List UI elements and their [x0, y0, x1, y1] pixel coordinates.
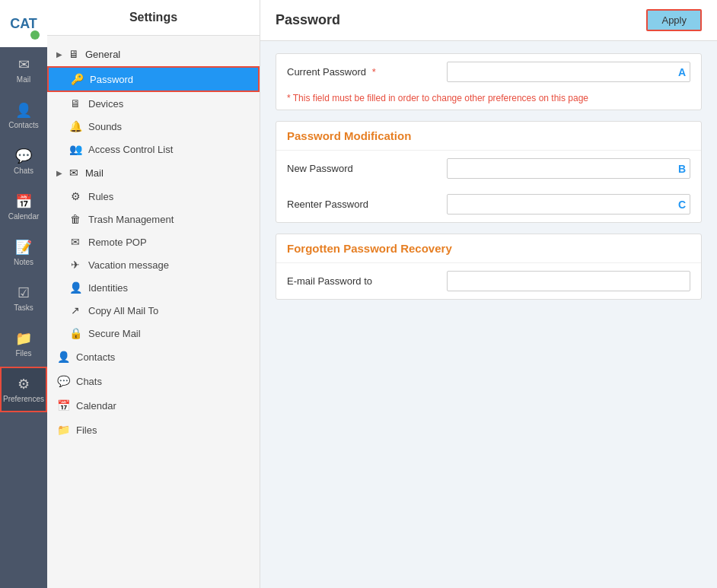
- trash-label: Trash Management: [88, 214, 174, 225]
- sidebar-item-files[interactable]: 📁 Files: [0, 321, 47, 367]
- menu-group-general[interactable]: ▶ 🖥 General: [47, 42, 260, 66]
- sidebar-item-tasks[interactable]: ☑ Tasks: [0, 275, 47, 321]
- new-password-row: New Password B: [276, 151, 701, 186]
- sidebar-label-tasks: Tasks: [14, 304, 33, 312]
- apply-button[interactable]: Apply: [646, 9, 702, 31]
- menu-item-chats-bottom[interactable]: 💬 Chats: [47, 369, 260, 393]
- menu-item-remotepop[interactable]: ✉ Remote POP: [47, 230, 260, 253]
- mail-group-icon: ✉: [67, 167, 81, 179]
- acl-icon: 👥: [69, 143, 82, 155]
- files-bottom-icon: 📁: [56, 424, 70, 436]
- tasks-icon: ☑: [18, 284, 30, 301]
- remotepop-label: Remote POP: [88, 237, 147, 248]
- new-password-input[interactable]: [447, 158, 690, 179]
- menu-group-mail[interactable]: ▶ ✉ Mail: [47, 161, 260, 185]
- securemail-label: Secure Mail: [88, 328, 141, 339]
- caret-mail: ▶: [56, 169, 62, 177]
- calendar-icon: 📅: [15, 193, 32, 210]
- menu-item-sounds[interactable]: 🔔 Sounds: [47, 115, 260, 138]
- notes-icon: 📝: [15, 239, 32, 256]
- logo-dot: [30, 30, 40, 40]
- sidebar-label-calendar: Calendar: [8, 212, 40, 221]
- sidebar-item-mail[interactable]: ✉ Mail: [0, 47, 47, 93]
- password-modification-section: Password Modification New Password B Ree…: [276, 121, 702, 223]
- settings-panel: Settings ▶ 🖥 General 🔑 Password 🖥 Device…: [47, 0, 260, 588]
- sidebar-item-chats[interactable]: 💬 Chats: [0, 138, 47, 184]
- securemail-icon: 🔒: [69, 327, 82, 339]
- sounds-label: Sounds: [88, 121, 122, 132]
- menu-item-securemail[interactable]: 🔒 Secure Mail: [47, 322, 260, 345]
- contacts-bottom-icon: 👤: [56, 351, 70, 363]
- mail-group-label: Mail: [85, 167, 104, 179]
- rules-icon: ⚙: [69, 190, 82, 202]
- reenter-password-input[interactable]: [447, 194, 690, 215]
- copyallmailto-label: Copy All Mail To: [88, 305, 158, 316]
- files-bottom-label: Files: [76, 424, 97, 436]
- menu-item-vacation[interactable]: ✈ Vacation message: [47, 253, 260, 276]
- reenter-password-row: Reenter Password C: [276, 186, 701, 222]
- vacation-label: Vacation message: [88, 259, 169, 271]
- general-label: General: [85, 49, 120, 60]
- page-title: Password: [276, 12, 340, 28]
- sidebar-label-files: Files: [15, 349, 31, 358]
- trash-icon: 🗑: [69, 213, 82, 225]
- current-password-label: Current Password *: [287, 66, 439, 78]
- required-star: *: [372, 66, 376, 78]
- sidebar-label-preferences: Preferences: [3, 395, 44, 403]
- menu-item-trash[interactable]: 🗑 Trash Management: [47, 208, 260, 230]
- current-password-section: Current Password * A * This field must b…: [276, 53, 702, 110]
- sidebar-item-contacts[interactable]: 👤 Contacts: [0, 93, 47, 138]
- email-password-input-wrapper: [447, 271, 690, 291]
- password-modification-title: Password Modification: [276, 122, 701, 151]
- main-content: Password Apply Current Password * A * Th…: [260, 0, 717, 588]
- forgotten-password-section: Forgotten Password Recovery E-mail Passw…: [276, 234, 702, 300]
- main-header: Password Apply: [260, 0, 717, 41]
- current-password-row: Current Password * A: [276, 54, 701, 90]
- calendar-bottom-label: Calendar: [76, 400, 116, 412]
- sidebar-label-chats: Chats: [14, 167, 33, 175]
- new-password-input-wrapper: B: [447, 158, 690, 179]
- email-password-input[interactable]: [447, 271, 690, 291]
- mail-icon: ✉: [18, 56, 30, 73]
- menu-item-contacts-bottom[interactable]: 👤 Contacts: [47, 345, 260, 369]
- caret-general: ▶: [56, 50, 62, 59]
- identities-label: Identities: [88, 282, 128, 294]
- vacation-icon: ✈: [69, 259, 82, 271]
- sidebar-item-notes[interactable]: 📝 Notes: [0, 230, 47, 275]
- menu-item-acl[interactable]: 👥 Access Control List: [47, 138, 260, 161]
- required-note: * This field must be filled in order to …: [276, 90, 701, 110]
- settings-header: Settings: [47, 0, 260, 36]
- sidebar-item-calendar[interactable]: 📅 Calendar: [0, 184, 47, 230]
- acl-label: Access Control List: [88, 144, 173, 155]
- rules-label: Rules: [88, 191, 113, 202]
- menu-item-rules[interactable]: ⚙ Rules: [47, 185, 260, 208]
- email-password-row: E-mail Password to: [276, 263, 701, 299]
- current-password-input-wrapper: A: [447, 62, 690, 82]
- logo-text: CAT: [10, 17, 37, 30]
- password-icon: 🔑: [70, 73, 84, 85]
- input-a-letter: A: [678, 66, 686, 78]
- sidebar-item-preferences[interactable]: ⚙ Preferences: [0, 367, 47, 412]
- menu-item-files-bottom[interactable]: 📁 Files: [47, 418, 260, 442]
- menu-item-devices[interactable]: 🖥 Devices: [47, 92, 260, 115]
- settings-menu: ▶ 🖥 General 🔑 Password 🖥 Devices 🔔 Sound…: [47, 36, 260, 588]
- contacts-bottom-label: Contacts: [76, 351, 115, 363]
- calendar-bottom-icon: 📅: [56, 399, 70, 412]
- reenter-password-input-wrapper: C: [447, 194, 690, 215]
- sidebar-label-notes: Notes: [14, 258, 33, 266]
- forgotten-title: Forgotten Password Recovery: [276, 234, 701, 263]
- menu-item-identities[interactable]: 👤 Identities: [47, 276, 260, 299]
- current-password-input[interactable]: [447, 62, 690, 82]
- sidebar-label-mail: Mail: [17, 75, 30, 84]
- app-logo: CAT: [0, 0, 47, 47]
- contacts-icon: 👤: [15, 102, 32, 119]
- menu-item-calendar-bottom[interactable]: 📅 Calendar: [47, 393, 260, 418]
- content-area: Current Password * A * This field must b…: [260, 41, 717, 588]
- menu-item-password[interactable]: 🔑 Password: [47, 66, 260, 92]
- preferences-icon: ⚙: [18, 376, 30, 393]
- menu-item-copyallmailto[interactable]: ↗ Copy All Mail To: [47, 299, 260, 322]
- sounds-icon: 🔔: [69, 120, 82, 132]
- input-b-letter: B: [678, 163, 686, 175]
- sidebar-label-contacts: Contacts: [8, 121, 38, 129]
- devices-label: Devices: [88, 98, 123, 110]
